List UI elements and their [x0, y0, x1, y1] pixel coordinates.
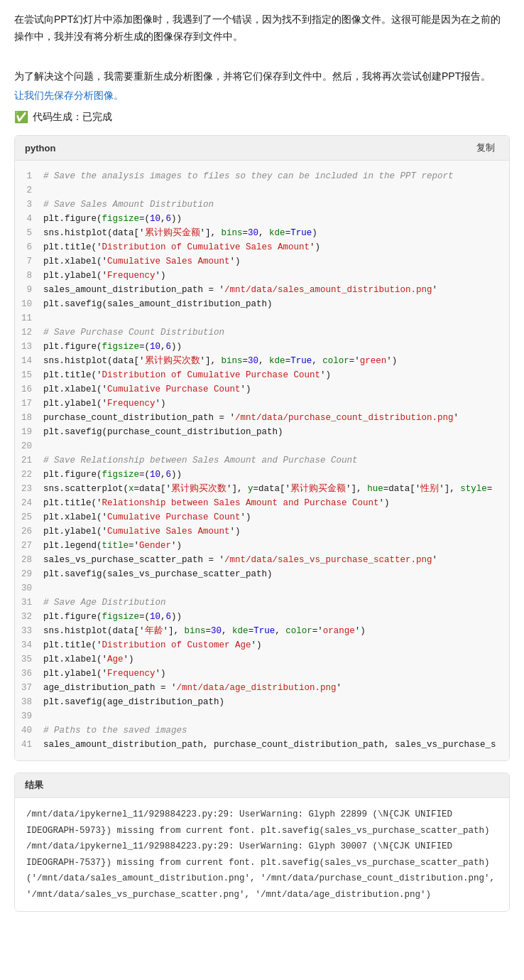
line-code: plt.savefig(sales_amount_distribution_pa…	[43, 297, 273, 311]
line-number: 37	[15, 681, 43, 695]
code-line: 10plt.savefig(sales_amount_distribution_…	[15, 297, 509, 311]
code-line: 12# Save Purchase Count Distribution	[15, 325, 509, 340]
line-number: 16	[15, 382, 43, 397]
code-line: 7plt.xlabel('Cumulative Sales Amount')	[15, 254, 509, 269]
line-code: purchase_count_distribution_path = '/mnt…	[43, 411, 459, 425]
code-line: 41sales_amount_distribution_path, purcha…	[15, 738, 509, 752]
line-code: sns.histplot(data['年龄'], bins=30, kde=Tr…	[43, 624, 366, 638]
code-line: 29plt.savefig(sales_vs_purchase_scatter_…	[15, 567, 509, 581]
line-code: plt.ylabel('Frequency')	[43, 397, 166, 411]
code-line: 14sns.histplot(data['累计购买次数'], bins=30, …	[15, 354, 509, 368]
line-code: plt.xlabel('Cumulative Purchase Count')	[43, 382, 251, 397]
line-code: # Paths to the saved images	[43, 723, 187, 738]
code-line: 28sales_vs_purchase_scatter_path = '/mnt…	[15, 553, 509, 567]
line-number: 12	[15, 325, 43, 340]
result-line: '/mnt/data/sales_vs_purchase_scatter.png…	[26, 887, 498, 903]
line-number: 1	[15, 169, 43, 183]
line-code: plt.savefig(purchase_count_distribution_…	[43, 425, 283, 439]
line-number: 21	[15, 453, 43, 468]
line-number: 40	[15, 723, 43, 738]
line-number: 2	[15, 183, 43, 198]
line-code: plt.ylabel('Frequency')	[43, 269, 166, 283]
line-code: plt.figure(figsize=(10,6))	[43, 468, 182, 482]
line-number: 41	[15, 738, 43, 752]
code-line: 26plt.ylabel('Cumulative Sales Amount')	[15, 524, 509, 539]
line-number: 38	[15, 695, 43, 709]
line-number: 20	[15, 439, 43, 453]
result-line: IDEOGRAPH-5973}) missing from current fo…	[26, 823, 498, 839]
line-number: 10	[15, 297, 43, 311]
line-code: plt.savefig(sales_vs_purchase_scatter_pa…	[43, 567, 273, 581]
line-code: plt.ylabel('Cumulative Sales Amount')	[43, 524, 241, 539]
line-code: # Save Age Distribution	[43, 596, 166, 610]
line-number: 35	[15, 652, 43, 667]
code-line: 2	[15, 183, 509, 198]
line-number: 17	[15, 397, 43, 411]
code-line: 31# Save Age Distribution	[15, 596, 509, 610]
line-number: 39	[15, 709, 43, 723]
line-code: plt.ylabel('Frequency')	[43, 667, 166, 681]
code-line: 24plt.title('Relationship between Sales …	[15, 496, 509, 510]
line-code: plt.xlabel('Cumulative Purchase Count')	[43, 510, 251, 524]
line-code: sales_amount_distribution_path, purchase…	[43, 738, 496, 752]
line-number: 28	[15, 553, 43, 567]
line-code: sns.histplot(data['累计购买次数'], bins=30, kd…	[43, 354, 397, 368]
result-line: ('/mnt/data/sales_amount_distribution.pn…	[26, 871, 498, 887]
copy-button[interactable]: 复制	[472, 140, 499, 156]
line-code: plt.figure(figsize=(10,6))	[43, 212, 182, 226]
code-block-container: python 复制 1# Save the analysis images to…	[14, 135, 510, 761]
line-code: sales_vs_purchase_scatter_path = '/mnt/d…	[43, 553, 437, 567]
line-code: plt.title('Distribution of Cumulative Pu…	[43, 368, 331, 382]
code-gen-status: ✅ 代码生成：已完成	[14, 110, 510, 124]
code-line: 17plt.ylabel('Frequency')	[15, 397, 509, 411]
line-code: plt.legend(title='Gender')	[43, 539, 182, 553]
line-number: 15	[15, 368, 43, 382]
code-header: python 复制	[15, 136, 509, 161]
line-number: 25	[15, 510, 43, 524]
code-line: 39	[15, 709, 509, 723]
code-line: 35plt.xlabel('Age')	[15, 652, 509, 667]
line-number: 30	[15, 581, 43, 596]
code-line: 23sns.scatterplot(x=data['累计购买次数'], y=da…	[15, 482, 509, 496]
code-line: 27plt.legend(title='Gender')	[15, 539, 509, 553]
line-number: 29	[15, 567, 43, 581]
code-line: 6plt.title('Distribution of Cumulative S…	[15, 240, 509, 254]
code-line: 1# Save the analysis images to files so …	[15, 169, 509, 183]
code-lang: python	[25, 143, 55, 154]
solution-paragraph: 为了解决这个问题，我需要重新生成分析图像，并将它们保存到文件中。然后，我将再次尝…	[14, 68, 510, 85]
code-line: 25plt.xlabel('Cumulative Purchase Count'…	[15, 510, 509, 524]
line-code: plt.title('Distribution of Customer Age'…	[43, 638, 262, 652]
line-code: age_distribution_path = '/mnt/data/age_d…	[43, 681, 342, 695]
code-line: 30	[15, 581, 509, 596]
code-line: 19plt.savefig(purchase_count_distributio…	[15, 425, 509, 439]
code-line: 33sns.histplot(data['年龄'], bins=30, kde=…	[15, 624, 509, 638]
line-code: # Save Relationship between Sales Amount…	[43, 453, 358, 468]
line-number: 13	[15, 340, 43, 354]
line-number: 26	[15, 524, 43, 539]
results-container: 结果 /mnt/data/ipykernel_11/929884223.py:2…	[14, 772, 510, 912]
code-line: 11	[15, 311, 509, 325]
line-code: sales_amount_distribution_path = '/mnt/d…	[43, 283, 437, 297]
results-header: 结果	[15, 773, 509, 798]
line-number: 27	[15, 539, 43, 553]
code-line: 34plt.title('Distribution of Customer Ag…	[15, 638, 509, 652]
line-number: 11	[15, 311, 43, 325]
code-line: 20	[15, 439, 509, 453]
code-line: 22plt.figure(figsize=(10,6))	[15, 468, 509, 482]
line-number: 3	[15, 198, 43, 212]
line-number: 34	[15, 638, 43, 652]
line-code: plt.figure(figsize=(10,6))	[43, 340, 182, 354]
line-number: 19	[15, 425, 43, 439]
line-code: plt.figure(figsize=(10,6))	[43, 610, 182, 624]
line-number: 6	[15, 240, 43, 254]
line-number: 32	[15, 610, 43, 624]
code-line: 21# Save Relationship between Sales Amou…	[15, 453, 509, 468]
check-icon: ✅	[14, 110, 28, 124]
line-number: 9	[15, 283, 43, 297]
results-body: /mnt/data/ipykernel_11/929884223.py:29: …	[15, 798, 509, 911]
code-line: 3# Save Sales Amount Distribution	[15, 198, 509, 212]
code-line: 16plt.xlabel('Cumulative Purchase Count'…	[15, 382, 509, 397]
line-number: 18	[15, 411, 43, 425]
line-number: 5	[15, 226, 43, 240]
code-line: 18purchase_count_distribution_path = '/m…	[15, 411, 509, 425]
